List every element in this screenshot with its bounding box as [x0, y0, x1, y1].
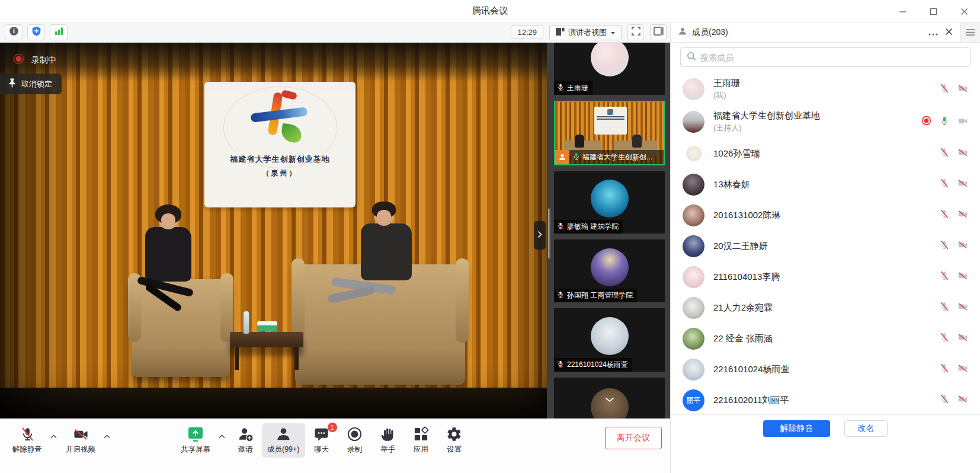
member-name: 1026孙雪瑞: [713, 148, 939, 159]
meeting-info-button[interactable]: [5, 24, 23, 40]
toolbar-button[interactable]: 邀请: [229, 423, 262, 458]
toolbar-button-label: 共享屏幕: [181, 445, 210, 455]
mic-status-icon[interactable]: [939, 363, 950, 376]
network-status-button[interactable]: [50, 24, 68, 40]
camera-status-icon[interactable]: [957, 83, 968, 96]
camera-status-icon[interactable]: [957, 394, 968, 407]
member-row[interactable]: 13林春妍: [671, 169, 980, 200]
camera-status-icon[interactable]: [957, 363, 968, 376]
unlock-label: 取消锁定: [21, 79, 52, 90]
toolbar-button[interactable]: 设置: [438, 423, 471, 458]
minimize-button[interactable]: [895, 4, 910, 19]
member-row[interactable]: 丽平 2216102011刘丽平: [671, 385, 980, 414]
expand-thumbnails-handle[interactable]: [534, 221, 546, 250]
avatar: [683, 174, 704, 196]
mic-status-icon[interactable]: [939, 116, 950, 129]
fullscreen-button[interactable]: [627, 24, 644, 40]
member-name: 2016131002陈琳: [713, 210, 939, 221]
side-panel-icon: [654, 27, 664, 38]
toolbar-button[interactable]: 共享屏幕: [175, 423, 216, 458]
member-name: 21人力2余宛霖: [713, 302, 939, 314]
avatar: [683, 297, 704, 319]
chevron-up-icon[interactable]: [50, 430, 57, 441]
mic-status-icon[interactable]: [939, 332, 950, 345]
unlock-pin-button[interactable]: 取消锁定: [0, 73, 62, 94]
mic-status-icon[interactable]: [939, 239, 950, 253]
camera-status-icon[interactable]: [957, 147, 968, 160]
video-thumbnail[interactable]: 廖敏瑜 建筑学院: [554, 171, 665, 234]
member-row[interactable]: 22 经金 张雨涵: [671, 323, 980, 354]
fullscreen-icon: [632, 27, 640, 38]
camera-status-icon[interactable]: [957, 301, 968, 314]
mic-status-icon[interactable]: [939, 178, 950, 191]
recording-dot-icon: [921, 116, 931, 128]
avatar: [683, 78, 704, 100]
mic-status-icon[interactable]: [939, 301, 950, 314]
camera-status-icon[interactable]: [957, 209, 968, 222]
mic-status-icon[interactable]: [939, 83, 950, 96]
camera-status-icon[interactable]: [957, 270, 968, 283]
rename-button[interactable]: 改名: [844, 420, 888, 437]
thumbnail-avatar: [591, 43, 629, 76]
mic-status-icon[interactable]: [939, 147, 950, 160]
mic-status-icon[interactable]: [939, 209, 950, 222]
panel-menu-button[interactable]: [960, 23, 980, 42]
member-role: (我): [713, 90, 939, 101]
recording-indicator: 录制中: [13, 53, 56, 67]
active-speaker-badge: [555, 150, 569, 164]
mic-status-icon[interactable]: [939, 394, 950, 407]
camera-muted-icon: [73, 426, 89, 442]
camera-status-icon[interactable]: [957, 178, 968, 191]
members-panel-footer: 解除静音 改名: [671, 414, 980, 437]
panel-close-button[interactable]: [941, 25, 956, 40]
video-thumbnail[interactable]: 2216101024杨雨萱: [554, 308, 665, 372]
toolbar-button-label: 录制: [347, 445, 362, 455]
member-row[interactable]: 21人力2余宛霖: [671, 292, 980, 323]
toolbar-button[interactable]: 录制: [338, 423, 371, 458]
toolbar-button[interactable]: 开启视频: [60, 423, 101, 458]
member-row[interactable]: 2016131002陈琳: [671, 200, 980, 231]
apps-icon: [413, 426, 429, 442]
member-search[interactable]: [680, 47, 971, 67]
strip-resize-grip[interactable]: [548, 209, 550, 258]
thumbnail-avatar: [591, 248, 629, 286]
members-panel-title: 成员(203): [692, 27, 728, 38]
toolbar-button[interactable]: 成员(99+): [262, 423, 305, 458]
member-row[interactable]: 福建省大学生创新创业基地 (主持人): [671, 106, 980, 138]
video-thumbnail[interactable]: 孙国翔 工商管理学院: [554, 239, 665, 302]
scroll-thumbnails-button[interactable]: [605, 394, 614, 405]
member-row[interactable]: 1026孙雪瑞: [671, 138, 980, 169]
toolbar-button[interactable]: 举手: [371, 423, 405, 458]
camera-status-icon[interactable]: [957, 239, 968, 253]
avatar: [683, 328, 704, 350]
ellipsis-icon: [928, 27, 938, 38]
panel-more-button[interactable]: [925, 25, 941, 40]
chevron-down-icon: [610, 28, 616, 37]
view-mode-label: 演讲者视图: [568, 27, 607, 38]
toolbar-button[interactable]: 聊天 1: [305, 423, 338, 458]
mic-status-icon[interactable]: [939, 270, 950, 283]
member-row[interactable]: 2216101024杨雨萱: [671, 354, 980, 385]
unmute-button[interactable]: 解除静音: [763, 420, 830, 437]
chevron-up-icon[interactable]: [219, 430, 225, 441]
member-search-input[interactable]: [700, 53, 964, 62]
member-row[interactable]: 2116104013李腾: [671, 261, 980, 292]
chevron-up-icon[interactable]: [104, 430, 110, 441]
close-window-button[interactable]: [956, 4, 972, 19]
view-mode-button[interactable]: 演讲者视图: [549, 25, 622, 40]
video-thumbnail[interactable]: 王雨珊: [554, 43, 665, 95]
toolbar-button[interactable]: 解除静音: [7, 423, 47, 458]
security-button[interactable]: [27, 24, 45, 40]
mic-muted-icon: [556, 290, 565, 301]
leave-meeting-button[interactable]: 离开会议: [605, 427, 662, 449]
toolbar-button[interactable]: 应用: [405, 423, 438, 458]
member-row[interactable]: 20汉二王静妍: [671, 231, 980, 261]
avatar: [683, 204, 704, 226]
camera-status-icon[interactable]: [957, 332, 968, 345]
member-row[interactable]: 王雨珊 (我): [671, 73, 980, 106]
toggle-sidebar-button[interactable]: [650, 24, 667, 40]
video-thumbnail[interactable]: 福建省大学生创新创...: [554, 101, 665, 165]
maximize-button[interactable]: [925, 4, 941, 19]
video-thumbnail[interactable]: [554, 378, 665, 418]
camera-status-icon[interactable]: [957, 116, 968, 129]
